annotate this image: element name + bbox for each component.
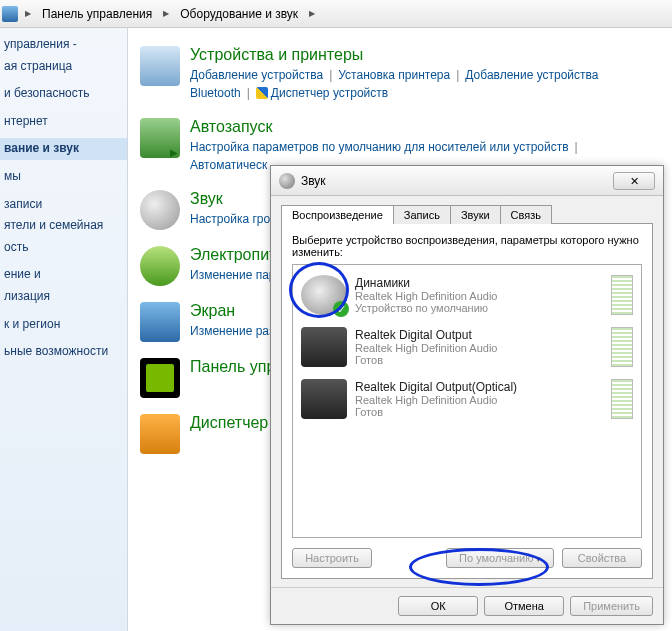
tab-Воспроизведение[interactable]: Воспроизведение [281,205,394,224]
ic-printer-icon [140,46,180,86]
category-link[interactable]: Изменение пар [190,268,276,282]
control-panel-icon [2,6,18,22]
category-links: Добавление устройства|Установка принтера… [190,66,660,102]
device-driver: Realtek High Definition Audio [355,290,611,302]
tabs: ВоспроизведениеЗаписьЗвукиСвязь [281,205,653,224]
sidebar-item[interactable]: вание и звук [0,138,127,160]
sidebar-item[interactable]: лизация [0,286,127,308]
category-link[interactable]: Настройка гро [190,212,270,226]
tab-Запись[interactable]: Запись [393,205,451,224]
device-name: Динамики [355,276,611,290]
category-title[interactable]: Звук [190,190,270,208]
set-default-button[interactable]: По умолчанию [446,548,554,568]
check-icon: ✓ [333,301,349,317]
device-row[interactable]: ✓ДинамикиRealtek High Definition AudioУс… [297,269,637,321]
device-driver: Realtek High Definition Audio [355,394,611,406]
device-name: Realtek Digital Output [355,328,611,342]
properties-button[interactable]: Свойства [562,548,642,568]
apply-button[interactable]: Применить [570,596,653,616]
chevron-right-icon[interactable]: ▶ [305,9,319,18]
audio-box-icon [301,327,347,367]
sidebar-item[interactable]: ьные возможности [0,341,127,363]
ic-power-icon [140,246,180,286]
sidebar-item[interactable]: ятели и семейная [0,215,127,237]
sidebar-item[interactable]: управления - [0,34,127,56]
sidebar-item[interactable]: ая страница [0,56,127,78]
level-meter [611,275,633,315]
sidebar: управления -ая страница и безопасность н… [0,28,128,631]
category-title[interactable]: Диспетчер [190,414,268,432]
dialog-titlebar: Звук ✕ [271,166,663,196]
category-link[interactable]: Диспетчер устройств [256,86,388,100]
sidebar-item[interactable]: ение и [0,264,127,286]
category: Устройства и принтерыДобавление устройст… [140,46,660,102]
dialog-footer: ОК Отмена Применить [271,587,663,624]
device-row[interactable]: Realtek Digital OutputRealtek High Defin… [297,321,637,373]
configure-button[interactable]: Настроить [292,548,372,568]
shield-icon [256,87,268,99]
sidebar-item[interactable]: нтернет [0,111,127,133]
tab-panel-playback: Выберите устройство воспроизведения, пар… [281,223,653,579]
close-button[interactable]: ✕ [613,172,655,190]
device-row[interactable]: Realtek Digital Output(Optical)Realtek H… [297,373,637,425]
speaker-icon: ✓ [301,275,347,315]
chevron-right-icon[interactable]: ▶ [159,9,173,18]
device-driver: Realtek High Definition Audio [355,342,611,354]
dialog-title: Звук [301,174,613,188]
level-meter [611,379,633,419]
device-name: Realtek Digital Output(Optical) [355,380,611,394]
ic-nvidia-icon [140,358,180,398]
panel-instruction: Выберите устройство воспроизведения, пар… [292,234,642,258]
category-title[interactable]: Автозапуск [190,118,660,136]
sidebar-item[interactable]: и безопасность [0,83,127,105]
category-link[interactable]: Установка принтера [338,68,450,82]
device-list[interactable]: ✓ДинамикиRealtek High Definition AudioУс… [292,264,642,538]
level-meter [611,327,633,367]
category-title[interactable]: Панель упр [190,358,275,376]
ok-button[interactable]: ОК [398,596,478,616]
sidebar-item[interactable]: записи [0,194,127,216]
chevron-right-icon[interactable]: ▶ [21,9,35,18]
category-link[interactable]: Изменение раз [190,324,274,338]
audio-box-icon [301,379,347,419]
device-status: Готов [355,354,611,366]
cancel-button[interactable]: Отмена [484,596,564,616]
ic-autoplay-icon [140,118,180,158]
ic-screen-icon [140,302,180,342]
category-link[interactable]: Настройка параметров по умолчанию для но… [190,140,569,154]
device-status: Готов [355,406,611,418]
sound-dialog: Звук ✕ ВоспроизведениеЗаписьЗвукиСвязь В… [270,165,664,625]
ic-realtek-icon [140,414,180,454]
breadcrumb-item[interactable]: Панель управления [35,3,159,25]
category-links: Настройка гро [190,210,270,228]
speaker-icon [279,173,295,189]
sidebar-item[interactable]: ость [0,237,127,259]
ic-sound-icon [140,190,180,230]
device-status: Устройство по умолчанию [355,302,611,314]
sidebar-item[interactable]: мы [0,166,127,188]
breadcrumb-item[interactable]: Оборудование и звук [173,3,305,25]
address-bar: ▶ Панель управления ▶ Оборудование и зву… [0,0,672,28]
sidebar-item[interactable]: к и регион [0,314,127,336]
category-link[interactable]: Добавление устройства [190,68,323,82]
category-title[interactable]: Устройства и принтеры [190,46,660,64]
category-link[interactable]: Автоматическ [190,158,267,172]
tab-Связь[interactable]: Связь [500,205,552,224]
tab-Звуки[interactable]: Звуки [450,205,501,224]
